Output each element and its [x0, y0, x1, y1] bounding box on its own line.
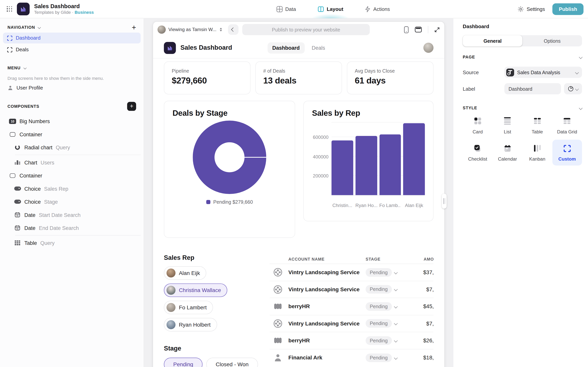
x-tick: Ryan Ho... [355, 203, 377, 208]
chip-alan-eijk[interactable]: Alan Eijk [164, 266, 207, 280]
app-logo[interactable] [17, 2, 30, 15]
tab-actions[interactable]: Actions [364, 0, 391, 17]
stage-pill: Pending [365, 302, 392, 311]
preview-tab-dashboard[interactable]: Dashboard [267, 42, 304, 53]
expand-icon[interactable] [434, 27, 440, 33]
phone-icon[interactable] [404, 26, 409, 33]
col-account-name[interactable]: ACCOUNT NAME [288, 257, 360, 261]
label-icon-select[interactable] [564, 83, 582, 94]
stage-chips: Pending Closed - Won [164, 358, 259, 367]
chip-christina-wallace[interactable]: Christina Wallace [164, 284, 227, 297]
stage-cell[interactable]: Pending [365, 302, 408, 311]
add-component-button[interactable]: + [127, 102, 136, 111]
tab-general[interactable]: General [463, 35, 522, 46]
preview-user-avatar[interactable] [423, 43, 433, 53]
style-table[interactable]: Table [522, 112, 552, 138]
table-row[interactable]: berryHR Pending $26,976 27/0 [270, 332, 434, 349]
sidebar-item-dashboard[interactable]: Dashboard [3, 33, 141, 43]
svg-text:31: 31 [16, 215, 19, 217]
plan-badge[interactable]: Business [75, 10, 94, 15]
component-label: Choice [24, 186, 41, 192]
panel-resize-handle[interactable] [442, 194, 447, 209]
component-container-1[interactable]: Container [0, 128, 144, 141]
deals-by-stage-chart[interactable]: Deals by Stage Pending $279,660 [164, 101, 295, 238]
style-section-header[interactable]: STYLE [463, 106, 582, 110]
component-label: Container [19, 131, 42, 137]
settings-button[interactable]: Settings [518, 6, 545, 12]
preview-app-tabs: Dashboard Deals [267, 42, 330, 53]
component-container-2[interactable]: Container [0, 169, 144, 182]
stat-value: 13 deals [263, 76, 334, 86]
component-detail: Users [41, 159, 54, 166]
tab-options[interactable]: Options [522, 35, 582, 46]
chip-closed-won[interactable]: Closed - Won [206, 358, 258, 367]
col-amount[interactable]: AMOUNT [414, 257, 433, 261]
component-chart[interactable]: Chart Users [0, 156, 144, 169]
left-sidebar: NAVIGATION + Dashboard Deals MENU [0, 18, 144, 367]
component-big-numbers[interactable]: 10 Big Numbers [0, 115, 144, 128]
stage-cell[interactable]: Pending [365, 285, 408, 294]
zigzag-logo-icon [19, 5, 27, 13]
page-section-title: PAGE [463, 55, 475, 59]
kanban-style-icon [534, 143, 541, 153]
url-bar[interactable]: Publish to preview your website [242, 24, 370, 35]
chip-fo-lambert[interactable]: Fo Lambert [164, 301, 213, 314]
style-kanban[interactable]: Kanban [522, 140, 552, 166]
viewing-as-selector[interactable]: Viewing as Tamsin W... [157, 25, 222, 33]
back-button[interactable] [228, 24, 239, 35]
style-grid: Card List Table Data Grid [463, 112, 582, 166]
page-section-header[interactable]: PAGE [463, 55, 582, 59]
desktop-icon[interactable] [415, 27, 422, 33]
tab-data[interactable]: Data [276, 0, 297, 17]
menu-chevron-icon[interactable] [24, 67, 26, 69]
checklist-style-icon [474, 143, 481, 153]
stage-cell[interactable]: Pending [365, 319, 408, 328]
add-screen-button[interactable]: + [132, 24, 136, 31]
amount-cell: $7,695 [414, 286, 433, 292]
component-radial-chart[interactable]: Radial chart Query [0, 141, 144, 154]
style-list[interactable]: List [493, 112, 522, 138]
style-card[interactable]: Card [463, 112, 493, 138]
col-stage[interactable]: STAGE [365, 257, 408, 261]
stage-cell[interactable]: Pending [365, 336, 408, 345]
stat-card-num-deals[interactable]: # of Deals 13 deals [255, 61, 342, 94]
component-choice-sales-rep[interactable]: Choice Sales Rep [0, 182, 144, 195]
source-select[interactable]: Sales Data Analysis [504, 67, 582, 78]
publish-button[interactable]: Publish [553, 3, 584, 15]
table-row[interactable]: Vintry Landscaping Services Pending $7,0… [270, 315, 434, 332]
style-custom[interactable]: Custom [552, 140, 582, 166]
table-row[interactable]: berryHR Pending $45,000 14/0 [270, 298, 434, 315]
chip-pending[interactable]: Pending [164, 358, 203, 367]
sales-rep-chips: Alan Eijk Christina Wallace Fo Lambert [164, 266, 259, 332]
choice-icon [14, 200, 21, 204]
stat-card-pipeline[interactable]: Pipeline $279,660 [164, 61, 251, 94]
chip-ryan-holbert[interactable]: Ryan Holbert [164, 318, 217, 331]
deals-table: ACCOUNT NAME STAGE AMOUNT CLOS [259, 254, 434, 367]
stat-card-avg-days[interactable]: Avg Days to Close 61 days [347, 61, 433, 94]
style-data-grid[interactable]: Data Grid [552, 112, 582, 138]
table-row[interactable]: Financial Ark Pending $18,545 27/0 [270, 349, 434, 366]
component-table[interactable]: Table Query [0, 236, 144, 249]
sales-by-rep-chart[interactable]: Sales by Rep 600000 400000 200000 [303, 101, 433, 221]
account-name: Vintry Landscaping Services [288, 269, 360, 275]
sidebar-item-deals[interactable]: Deals [3, 44, 141, 55]
table-row[interactable]: Vintry Landscaping Services Pending $37,… [270, 264, 434, 281]
tab-layout[interactable]: Layout [317, 0, 344, 17]
preview-tab-deals[interactable]: Deals [307, 42, 330, 53]
table-row[interactable]: Vintry Landscaping Services Pending $7,6… [270, 281, 434, 298]
big-numbers-icon: 10 [9, 118, 16, 124]
component-date-end[interactable]: 31 Date End Date Search [0, 221, 144, 234]
navigation-chevron-icon[interactable] [38, 26, 41, 29]
component-detail: End Date Search [39, 225, 79, 231]
bar-alan [403, 123, 425, 195]
style-calendar[interactable]: Calendar [493, 140, 522, 166]
component-choice-stage[interactable]: Choice Stage [0, 195, 144, 208]
sidebar-item-user-profile[interactable]: User Profile [0, 83, 144, 92]
app-switcher-icon[interactable] [7, 6, 12, 12]
stage-cell[interactable]: Pending [365, 353, 408, 362]
label-input[interactable]: Dashboard [504, 83, 561, 94]
menu-hint-text: Drag screens here to show them in the si… [0, 72, 144, 83]
stage-cell[interactable]: Pending [365, 268, 408, 276]
component-date-start[interactable]: 31 Date Start Date Search [0, 208, 144, 221]
style-checklist[interactable]: Checklist [463, 140, 493, 166]
